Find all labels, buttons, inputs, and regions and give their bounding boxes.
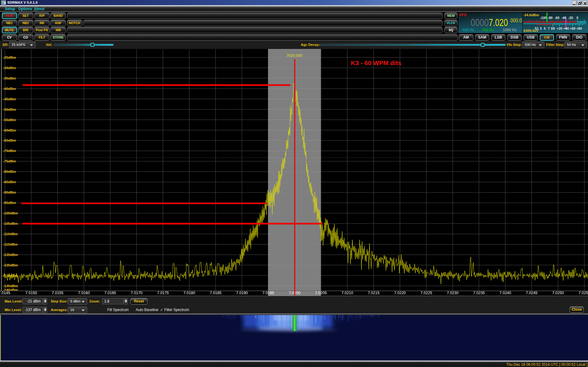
svg-text:7.0185: 7.0185 xyxy=(210,291,221,295)
svg-text:0000: 0000 xyxy=(471,17,489,28)
svg-text:-90dBm: -90dBm xyxy=(3,191,16,194)
svg-text:-45dBm: -45dBm xyxy=(3,97,16,101)
svg-text:500 Hz: 500 Hz xyxy=(482,28,494,32)
svg-text:7.0245: 7.0245 xyxy=(526,291,537,295)
svg-text:-65dBm: -65dBm xyxy=(3,139,16,142)
svg-text:-125dBm: -125dBm xyxy=(3,263,18,267)
svg-text:7.0255: 7.0255 xyxy=(579,291,588,295)
svg-text:7.0250: 7.0250 xyxy=(552,291,564,295)
svg-text:-105dBm: -105dBm xyxy=(3,222,18,225)
svg-text:-80dBm: -80dBm xyxy=(3,170,16,173)
svg-text:-85dBm: -85dBm xyxy=(3,180,16,184)
svg-text:7020.000: 7020.000 xyxy=(286,54,302,58)
svg-text:7.0180: 7.0180 xyxy=(183,291,195,295)
svg-text:7.0170: 7.0170 xyxy=(131,291,142,295)
svg-text:3: 3 xyxy=(540,27,542,30)
svg-text:7.0195: 7.0195 xyxy=(263,291,274,295)
svg-text:VFO: VFO xyxy=(459,13,467,17)
svg-text:-25dBm: -25dBm xyxy=(3,56,16,59)
svg-text:+60: +60 xyxy=(570,27,575,30)
svg-text:-60: -60 xyxy=(555,16,560,20)
svg-text:7.0205: 7.0205 xyxy=(315,291,327,295)
svg-text:K3 - 60 WPM dits: K3 - 60 WPM dits xyxy=(351,59,401,66)
svg-text:S9: S9 xyxy=(551,27,555,30)
svg-text:-80: -80 xyxy=(548,16,553,20)
svg-text:7.0210: 7.0210 xyxy=(341,291,353,295)
svg-text:S1: S1 xyxy=(535,27,538,30)
svg-text:-95dBm: -95dBm xyxy=(3,201,16,205)
svg-text:7.0165: 7.0165 xyxy=(105,291,116,295)
svg-text:7.0215: 7.0215 xyxy=(368,291,379,295)
svg-text:-60dBm: -60dBm xyxy=(3,128,16,132)
svg-text:7.0145: 7.0145 xyxy=(0,291,10,295)
svg-text:+80: +80 xyxy=(576,27,582,30)
svg-text:-115dBm: -115dBm xyxy=(3,243,18,246)
svg-text:000.0: 000.0 xyxy=(510,17,522,24)
svg-text:7.0235: 7.0235 xyxy=(473,291,485,295)
svg-text:1000 Hz: 1000 Hz xyxy=(503,28,516,32)
svg-text:7: 7 xyxy=(548,27,550,30)
svg-text:-55dBm: -55dBm xyxy=(3,118,16,122)
svg-text:-500 Hz: -500 Hz xyxy=(461,28,474,32)
svg-text:7.020: 7.020 xyxy=(489,17,508,28)
svg-text:-100: -100 xyxy=(540,16,547,20)
svg-text:7.0220: 7.0220 xyxy=(394,291,406,295)
svg-text:0: 0 xyxy=(576,16,578,20)
svg-text:7.0225: 7.0225 xyxy=(421,291,432,295)
svg-text:7.0230: 7.0230 xyxy=(447,291,458,295)
svg-text:-40dBm: -40dBm xyxy=(3,87,16,91)
svg-text:-135dBm: -135dBm xyxy=(3,284,18,288)
svg-text:7.0190: 7.0190 xyxy=(236,291,248,295)
svg-text:5: 5 xyxy=(544,27,546,30)
svg-text:7.0240: 7.0240 xyxy=(499,291,511,295)
svg-text:-110dBm: -110dBm xyxy=(3,232,18,236)
svg-text:-30dBm: -30dBm xyxy=(3,66,16,70)
svg-text:+20: +20 xyxy=(557,27,562,30)
svg-text:-100dBm: -100dBm xyxy=(3,211,18,215)
svg-text:7.0155: 7.0155 xyxy=(52,291,63,295)
svg-text:7.0160: 7.0160 xyxy=(78,291,90,295)
svg-text:-50dBm: -50dBm xyxy=(3,108,16,111)
svg-text:-20: -20 xyxy=(568,16,573,20)
svg-text:-75dBm: -75dBm xyxy=(3,159,16,163)
svg-text:-70dBm: -70dBm xyxy=(3,149,16,153)
svg-text:-35dBm: -35dBm xyxy=(3,76,16,80)
svg-text:-34.6dBm: -34.6dBm xyxy=(523,13,539,17)
svg-text:7.0150: 7.0150 xyxy=(25,291,37,295)
svg-text:7.0175: 7.0175 xyxy=(157,291,169,295)
svg-text:-120dBm: -120dBm xyxy=(3,253,18,257)
